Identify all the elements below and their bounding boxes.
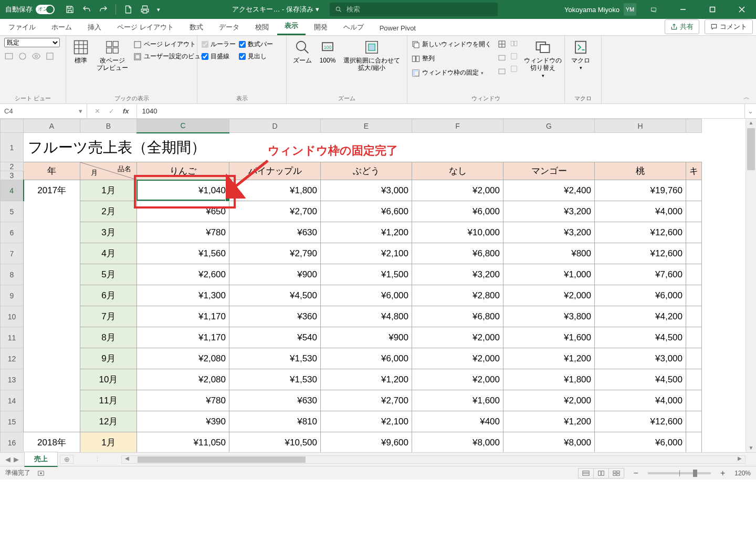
- name-box[interactable]: C4▾: [0, 104, 87, 118]
- pagebreak-view-icon[interactable]: [608, 468, 624, 478]
- cell[interactable]: ¥6,000: [595, 432, 686, 453]
- tab-home[interactable]: ホーム: [44, 19, 79, 35]
- cell[interactable]: ¥8,000: [412, 432, 503, 453]
- comments-button[interactable]: コメント: [705, 19, 753, 34]
- cell[interactable]: [686, 327, 702, 348]
- col-header[interactable]: F: [412, 119, 503, 133]
- save-icon[interactable]: [65, 5, 75, 14]
- cell[interactable]: ¥4,200: [595, 306, 686, 327]
- cell[interactable]: ¥2,000: [503, 390, 595, 411]
- cell[interactable]: ¥2,080: [137, 369, 229, 390]
- normal-view-icon[interactable]: [578, 468, 594, 478]
- cell[interactable]: ¥1,200: [321, 369, 412, 390]
- cell[interactable]: ¥2,600: [137, 264, 229, 285]
- cell[interactable]: ¥6,000: [321, 285, 412, 306]
- tab-file[interactable]: ファイル: [1, 19, 43, 35]
- cell[interactable]: なし: [412, 162, 503, 180]
- zoom-in-button[interactable]: +: [717, 469, 728, 478]
- pagelayout-view-icon[interactable]: [593, 468, 609, 478]
- cell[interactable]: [686, 390, 702, 411]
- headings-checkbox[interactable]: 見出し: [239, 52, 273, 61]
- cell[interactable]: ¥11,050: [137, 432, 229, 453]
- cell[interactable]: りんご: [137, 162, 229, 180]
- undo-icon[interactable]: [82, 5, 91, 14]
- redo-icon[interactable]: [99, 5, 108, 14]
- zoom-out-button[interactable]: −: [631, 469, 642, 478]
- scrollbar-thumb[interactable]: [747, 128, 755, 170]
- macros-button[interactable]: マクロ▾: [569, 38, 592, 72]
- cell[interactable]: [686, 180, 702, 201]
- col-header[interactable]: E: [321, 119, 412, 133]
- cell[interactable]: ¥10,500: [229, 432, 321, 453]
- cell[interactable]: ¥400: [412, 411, 503, 432]
- switch-window-button[interactable]: ウィンドウの 切り替え▾: [522, 38, 564, 80]
- cell[interactable]: 7月: [80, 306, 137, 327]
- sync-scroll-button[interactable]: [509, 53, 519, 60]
- scroll-down-icon[interactable]: ▼: [746, 444, 756, 452]
- zoom-100-button[interactable]: 100100%: [317, 38, 338, 65]
- cell[interactable]: ¥810: [229, 411, 321, 432]
- cell[interactable]: ¥4,800: [321, 306, 412, 327]
- cell[interactable]: ¥4,500: [595, 369, 686, 390]
- cell[interactable]: 2月: [80, 201, 137, 222]
- cell[interactable]: ¥630: [229, 390, 321, 411]
- cell[interactable]: ¥1,200: [321, 222, 412, 243]
- cell[interactable]: ¥1,530: [229, 369, 321, 390]
- row-header[interactable]: 12: [1, 348, 24, 369]
- cell[interactable]: ¥390: [137, 411, 229, 432]
- horizontal-scrollbar[interactable]: ◀▶: [121, 455, 746, 464]
- tab-formulas[interactable]: 数式: [182, 19, 211, 35]
- newfile-icon[interactable]: [123, 5, 133, 14]
- cell[interactable]: ¥8,000: [503, 432, 595, 453]
- row-header[interactable]: 10: [1, 306, 24, 327]
- cell[interactable]: ¥10,000: [412, 222, 503, 243]
- user-account[interactable]: Yokoyama Miyoko YM: [564, 3, 636, 16]
- zoom-fit-button[interactable]: 選択範囲に合わせて 拡大/縮小: [341, 38, 402, 73]
- row-header[interactable]: 14: [1, 390, 24, 411]
- cell[interactable]: 4月: [80, 243, 137, 264]
- cell[interactable]: [686, 306, 702, 327]
- row-header[interactable]: 1: [1, 133, 24, 162]
- cell[interactable]: ¥1,200: [503, 348, 595, 369]
- formulabar-checkbox[interactable]: 数式バー: [239, 40, 273, 49]
- cell[interactable]: ¥630: [229, 222, 321, 243]
- cell[interactable]: 2017年: [24, 180, 80, 432]
- cell[interactable]: ¥2,400: [503, 180, 595, 201]
- cell[interactable]: ¥2,700: [321, 390, 412, 411]
- col-header[interactable]: H: [595, 119, 686, 133]
- add-sheet-button[interactable]: ⊕: [60, 455, 74, 464]
- cell[interactable]: [686, 243, 702, 264]
- sheet-tab-active[interactable]: 売上: [24, 452, 58, 467]
- cell[interactable]: ¥2,000: [412, 369, 503, 390]
- formula-enter-icon[interactable]: ✓: [109, 107, 114, 115]
- row-header[interactable]: 16: [1, 432, 24, 453]
- cell[interactable]: ¥650: [137, 201, 229, 222]
- row-header[interactable]: 11: [1, 327, 24, 348]
- cell[interactable]: ¥2,100: [321, 411, 412, 432]
- zoom-level[interactable]: 120%: [734, 470, 751, 477]
- cell[interactable]: ¥360: [229, 306, 321, 327]
- cell[interactable]: ¥3,200: [503, 222, 595, 243]
- cell[interactable]: ¥900: [229, 264, 321, 285]
- ruler-checkbox[interactable]: ルーラー: [202, 40, 236, 49]
- row-header[interactable]: 6: [1, 222, 24, 243]
- cell[interactable]: ¥2,080: [137, 348, 229, 369]
- hide-button[interactable]: [498, 54, 506, 62]
- cell[interactable]: ¥800: [503, 243, 595, 264]
- qat-more-icon[interactable]: ▾: [157, 6, 160, 13]
- cell[interactable]: 5月: [80, 264, 137, 285]
- scroll-up-icon[interactable]: ▲: [746, 119, 756, 127]
- cell[interactable]: ¥3,800: [503, 306, 595, 327]
- cell[interactable]: [686, 285, 702, 306]
- sheetview-options-icon[interactable]: [45, 51, 55, 61]
- maximize-button[interactable]: [700, 0, 724, 19]
- cell[interactable]: [686, 264, 702, 285]
- fx-icon[interactable]: fx: [123, 107, 129, 115]
- minimize-button[interactable]: [671, 0, 695, 19]
- row-header[interactable]: 3: [1, 171, 24, 180]
- formula-input[interactable]: 1040: [137, 104, 744, 118]
- chevron-down-icon[interactable]: ▾: [79, 107, 82, 115]
- tab-developer[interactable]: 開発: [307, 19, 335, 35]
- spreadsheet-grid[interactable]: ABCDEFGH1フルーツ売上表（全期間）2年品名月りんごパイナップルぶどうなし…: [0, 119, 746, 452]
- cell[interactable]: ¥6,600: [321, 201, 412, 222]
